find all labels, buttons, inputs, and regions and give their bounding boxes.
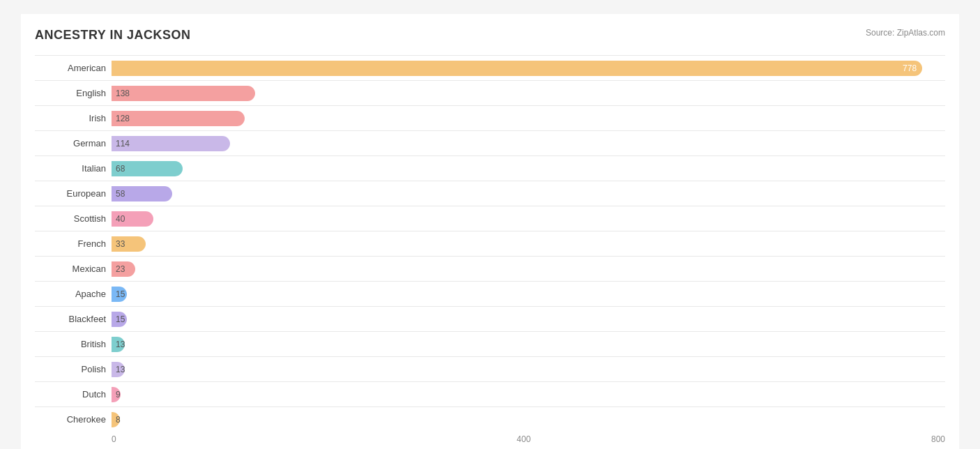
bar-value: 13 xyxy=(116,365,125,374)
bar-fill: 8 xyxy=(112,412,120,427)
bar-label: Apache xyxy=(35,289,112,299)
bar-track: 778 xyxy=(112,61,945,76)
x-label-400: 400 xyxy=(516,434,530,444)
bar-track: 58 xyxy=(112,186,945,201)
bar-fill: 23 xyxy=(112,261,135,277)
bar-track: 13 xyxy=(112,362,945,377)
bar-row: English138 xyxy=(35,80,945,105)
bar-value: 40 xyxy=(116,214,125,224)
bar-value: 9 xyxy=(116,390,121,399)
bar-row: Italian68 xyxy=(35,155,945,181)
bar-row: German114 xyxy=(35,130,945,155)
bar-track: 23 xyxy=(112,261,945,277)
bar-fill: 138 xyxy=(112,86,255,101)
bar-track: 40 xyxy=(112,211,945,227)
x-axis: 0 400 800 xyxy=(35,434,945,444)
bar-row: American778 xyxy=(35,55,945,80)
bar-fill: 9 xyxy=(112,387,121,402)
bar-row: Irish128 xyxy=(35,105,945,130)
bar-value: 138 xyxy=(116,89,130,98)
bar-value: 8 xyxy=(116,415,121,425)
bar-value: 33 xyxy=(116,239,125,249)
bar-track: 68 xyxy=(112,161,945,176)
bar-fill: 33 xyxy=(112,236,146,252)
bar-row: Polish13 xyxy=(35,356,945,381)
bar-fill: 128 xyxy=(112,111,245,126)
bar-track: 13 xyxy=(112,337,945,352)
bar-label: English xyxy=(35,88,112,98)
bar-track: 15 xyxy=(112,312,945,327)
bar-track: 15 xyxy=(112,287,945,302)
bar-row: Blackfeet15 xyxy=(35,306,945,331)
chart-title: ANCESTRY IN JACKSON xyxy=(35,28,191,43)
bar-value: 15 xyxy=(116,289,125,299)
bar-row: European58 xyxy=(35,181,945,206)
bar-label: Polish xyxy=(35,364,112,374)
bar-fill: 40 xyxy=(112,211,153,227)
chart-body: American778English138Irish128German114It… xyxy=(35,55,945,444)
bar-row: French33 xyxy=(35,231,945,256)
bar-value: 128 xyxy=(116,114,130,123)
bar-fill: 13 xyxy=(112,362,125,377)
chart-container: ANCESTRY IN JACKSON Source: ZipAtlas.com… xyxy=(21,14,959,449)
chart-header: ANCESTRY IN JACKSON Source: ZipAtlas.com xyxy=(35,28,945,43)
bar-fill: 778 xyxy=(112,61,922,76)
bar-fill: 114 xyxy=(112,136,230,151)
bar-label: Blackfeet xyxy=(35,314,112,324)
bar-fill: 13 xyxy=(112,337,125,352)
bar-track: 128 xyxy=(112,111,945,126)
bars-container: American778English138Irish128German114It… xyxy=(35,55,945,432)
bar-row: Cherokee8 xyxy=(35,406,945,432)
bar-fill: 58 xyxy=(112,186,172,201)
bar-label: Scottish xyxy=(35,213,112,224)
bar-row: Dutch9 xyxy=(35,381,945,406)
bar-label: French xyxy=(35,238,112,249)
bar-value: 58 xyxy=(116,189,125,199)
bar-row: British13 xyxy=(35,331,945,356)
bar-fill: 15 xyxy=(112,287,127,302)
bar-track: 8 xyxy=(112,412,945,427)
bar-row: Scottish40 xyxy=(35,206,945,231)
x-axis-labels: 0 400 800 xyxy=(112,434,945,444)
x-label-800: 800 xyxy=(931,434,945,444)
bar-label: European xyxy=(35,188,112,199)
bar-row: Mexican23 xyxy=(35,256,945,281)
bar-label: German xyxy=(35,138,112,149)
bar-value: 778 xyxy=(903,63,917,73)
bar-value: 13 xyxy=(116,340,125,349)
bar-label: Italian xyxy=(35,163,112,174)
bar-track: 114 xyxy=(112,136,945,151)
bar-track: 33 xyxy=(112,236,945,252)
bar-label: Mexican xyxy=(35,264,112,274)
bar-track: 9 xyxy=(112,387,945,402)
x-label-0: 0 xyxy=(112,434,116,444)
bar-fill: 68 xyxy=(112,161,183,176)
bar-label: British xyxy=(35,339,112,349)
bar-label: American xyxy=(35,63,112,73)
bar-label: Cherokee xyxy=(35,414,112,425)
bar-track: 138 xyxy=(112,86,945,101)
bar-row: Apache15 xyxy=(35,281,945,306)
bar-label: Irish xyxy=(35,113,112,123)
bar-value: 68 xyxy=(116,164,125,174)
bar-value: 23 xyxy=(116,264,125,274)
chart-source: Source: ZipAtlas.com xyxy=(866,28,945,38)
bar-value: 15 xyxy=(116,314,125,324)
bar-label: Dutch xyxy=(35,389,112,399)
bar-fill: 15 xyxy=(112,312,127,327)
bar-value: 114 xyxy=(116,139,130,149)
